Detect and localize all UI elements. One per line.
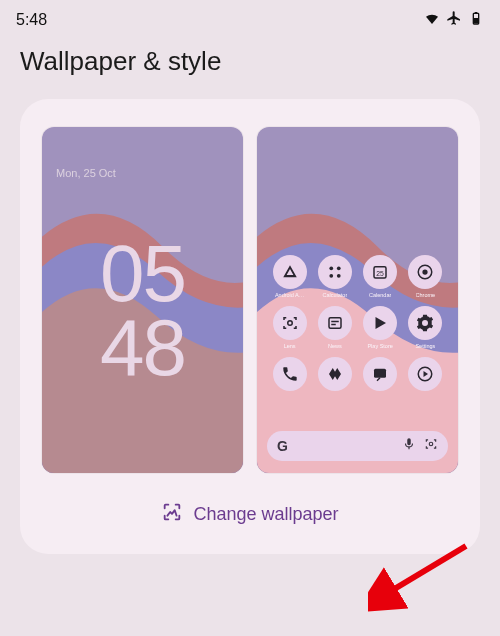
lens-search-icon[interactable] bbox=[416, 437, 438, 455]
svg-point-5 bbox=[329, 266, 333, 270]
app-phone[interactable] bbox=[269, 357, 311, 400]
app-label: Calculator bbox=[322, 292, 347, 298]
app-label bbox=[425, 394, 427, 400]
app-label: Chrome bbox=[416, 292, 436, 298]
lock-hours: 05 bbox=[42, 237, 243, 311]
app-grid: Android A…Calculator25CalendarChromeLens… bbox=[257, 255, 458, 400]
app-messages[interactable] bbox=[359, 357, 401, 400]
wear-icon bbox=[318, 357, 352, 391]
svg-rect-15 bbox=[331, 321, 339, 323]
play-store-icon bbox=[363, 306, 397, 340]
lockscreen-preview[interactable]: Mon, 25 Oct 05 48 bbox=[42, 127, 243, 473]
svg-point-19 bbox=[429, 442, 433, 446]
app-android-auto[interactable]: Android A… bbox=[269, 255, 311, 298]
app-settings[interactable]: Settings bbox=[404, 306, 446, 349]
search-bar[interactable]: G bbox=[267, 431, 448, 461]
wallpaper-icon bbox=[161, 501, 183, 528]
app-label: News bbox=[328, 343, 342, 349]
calendar-icon: 25 bbox=[363, 255, 397, 289]
svg-rect-1 bbox=[475, 12, 478, 13]
page-title: Wallpaper & style bbox=[0, 34, 500, 95]
lock-clock: 05 48 bbox=[42, 237, 243, 386]
app-label bbox=[379, 394, 381, 400]
calculator-icon bbox=[318, 255, 352, 289]
app-youtube[interactable] bbox=[404, 357, 446, 400]
homescreen-preview[interactable]: Android A…Calculator25CalendarChromeLens… bbox=[257, 127, 458, 473]
app-label: Calendar bbox=[369, 292, 391, 298]
chrome-icon bbox=[408, 255, 442, 289]
lock-date: Mon, 25 Oct bbox=[56, 167, 116, 179]
app-calendar[interactable]: 25Calendar bbox=[359, 255, 401, 298]
app-label bbox=[334, 394, 336, 400]
status-icons bbox=[424, 10, 484, 30]
wifi-icon bbox=[424, 10, 440, 30]
lock-minutes: 48 bbox=[42, 311, 243, 385]
app-chrome[interactable]: Chrome bbox=[404, 255, 446, 298]
mic-icon[interactable] bbox=[394, 437, 416, 455]
svg-rect-14 bbox=[329, 318, 341, 329]
google-g-icon: G bbox=[277, 438, 288, 454]
battery-icon bbox=[468, 10, 484, 30]
app-news[interactable]: News bbox=[314, 306, 356, 349]
status-time: 5:48 bbox=[16, 11, 47, 29]
status-bar: 5:48 bbox=[0, 0, 500, 34]
svg-rect-16 bbox=[331, 324, 336, 326]
app-play-store[interactable]: Play Store bbox=[359, 306, 401, 349]
app-label: Play Store bbox=[367, 343, 392, 349]
news-icon bbox=[318, 306, 352, 340]
svg-point-6 bbox=[337, 266, 341, 270]
lens-icon bbox=[273, 306, 307, 340]
app-label: Android A… bbox=[275, 292, 304, 298]
svg-rect-2 bbox=[474, 18, 478, 23]
svg-text:25: 25 bbox=[376, 270, 384, 277]
wallpaper-previews: Mon, 25 Oct 05 48 Android A…Calculator25… bbox=[42, 127, 458, 473]
svg-point-8 bbox=[337, 274, 341, 278]
youtube-icon bbox=[408, 357, 442, 391]
app-label: Settings bbox=[415, 343, 435, 349]
airplane-icon bbox=[446, 10, 462, 30]
svg-point-13 bbox=[287, 321, 292, 326]
app-label bbox=[289, 394, 291, 400]
svg-point-7 bbox=[329, 274, 333, 278]
app-label: Lens bbox=[284, 343, 296, 349]
app-calculator[interactable]: Calculator bbox=[314, 255, 356, 298]
svg-point-12 bbox=[423, 269, 428, 274]
wallpaper-card: Mon, 25 Oct 05 48 Android A…Calculator25… bbox=[20, 99, 480, 554]
change-wallpaper-label: Change wallpaper bbox=[193, 504, 338, 525]
phone-icon bbox=[273, 357, 307, 391]
app-lens[interactable]: Lens bbox=[269, 306, 311, 349]
app-wear[interactable] bbox=[314, 357, 356, 400]
settings-icon bbox=[408, 306, 442, 340]
android-auto-icon bbox=[273, 255, 307, 289]
svg-rect-17 bbox=[374, 369, 386, 378]
messages-icon bbox=[363, 357, 397, 391]
change-wallpaper-button[interactable]: Change wallpaper bbox=[42, 501, 458, 528]
